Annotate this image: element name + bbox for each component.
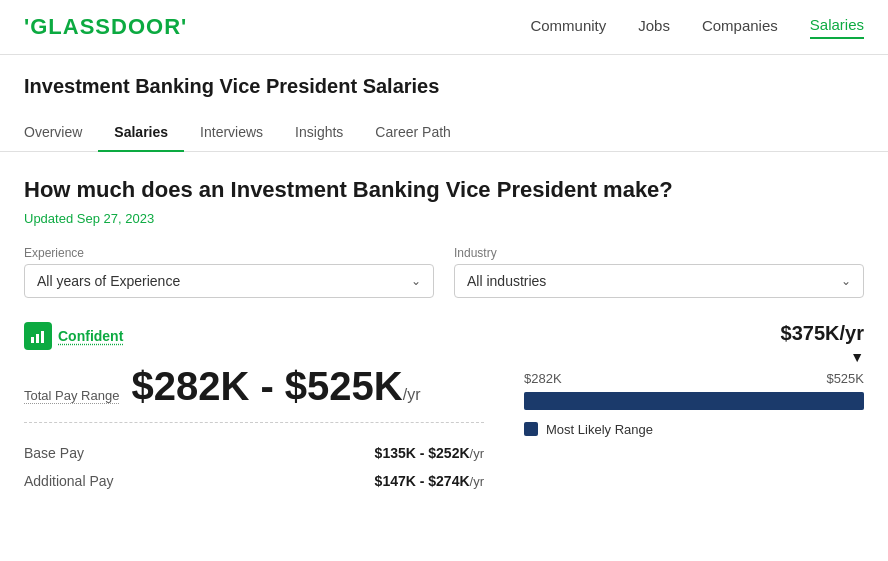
- nav-jobs[interactable]: Jobs: [638, 17, 670, 38]
- main-content: How much does an Investment Banking Vice…: [0, 152, 888, 519]
- tab-salaries[interactable]: Salaries: [98, 114, 184, 152]
- salary-bar-fill: [524, 392, 864, 410]
- chart-icon: [24, 322, 52, 350]
- updated-date: Updated Sep 27, 2023: [24, 211, 864, 226]
- tab-overview[interactable]: Overview: [24, 114, 98, 152]
- median-label: $375K/yr: [524, 322, 864, 345]
- total-pay-row: Total Pay Range $282K - $525K/yr: [24, 366, 484, 406]
- industry-filter-select[interactable]: All industries ⌄: [454, 264, 864, 298]
- page-title: Investment Banking Vice President Salari…: [24, 75, 864, 98]
- industry-filter-group: Industry All industries ⌄: [454, 246, 864, 298]
- confident-badge: Confident: [24, 322, 484, 350]
- experience-filter-group: Experience All years of Experience ⌄: [24, 246, 434, 298]
- nav-companies[interactable]: Companies: [702, 17, 778, 38]
- chevron-down-icon: ⌄: [411, 274, 421, 288]
- confident-text[interactable]: Confident: [58, 328, 123, 344]
- svg-rect-2: [41, 331, 44, 343]
- salary-section: Confident Total Pay Range $282K - $525K/…: [24, 322, 864, 495]
- base-pay-value: $135K - $252K/yr: [375, 445, 484, 461]
- main-nav: Community Jobs Companies Salaries: [530, 16, 864, 39]
- additional-pay-value: $147K - $274K/yr: [375, 473, 484, 489]
- salary-bar-container: [524, 392, 864, 410]
- tab-career-path[interactable]: Career Path: [359, 114, 466, 152]
- base-pay-row: Base Pay $135K - $252K/yr: [24, 439, 484, 467]
- salary-right: $375K/yr ▼ $282K $525K Most Likely Range: [524, 322, 864, 437]
- header: 'GLASSDOOR' Community Jobs Companies Sal…: [0, 0, 888, 55]
- svg-rect-1: [36, 334, 39, 343]
- base-pay-label: Base Pay: [24, 445, 84, 461]
- nav-salaries[interactable]: Salaries: [810, 16, 864, 39]
- tab-insights[interactable]: Insights: [279, 114, 359, 152]
- filters: Experience All years of Experience ⌄ Ind…: [24, 246, 864, 298]
- page-title-section: Investment Banking Vice President Salari…: [0, 55, 888, 98]
- median-arrow-icon: ▼: [524, 349, 864, 365]
- per-yr: /yr: [403, 386, 421, 403]
- legend-color-box: [524, 422, 538, 436]
- logo: 'GLASSDOOR': [24, 14, 187, 40]
- main-question: How much does an Investment Banking Vice…: [24, 176, 864, 205]
- nav-community[interactable]: Community: [530, 17, 606, 38]
- salary-left: Confident Total Pay Range $282K - $525K/…: [24, 322, 484, 495]
- tabs: Overview Salaries Interviews Insights Ca…: [0, 114, 888, 152]
- industry-filter-label: Industry: [454, 246, 864, 260]
- experience-filter-value: All years of Experience: [37, 273, 180, 289]
- additional-pay-label: Additional Pay: [24, 473, 114, 489]
- experience-filter-select[interactable]: All years of Experience ⌄: [24, 264, 434, 298]
- total-pay-value: $282K - $525K/yr: [131, 366, 420, 406]
- svg-rect-0: [31, 337, 34, 343]
- industry-filter-value: All industries: [467, 273, 546, 289]
- divider: [24, 422, 484, 423]
- additional-pay-row: Additional Pay $147K - $274K/yr: [24, 467, 484, 495]
- range-high: $525K: [826, 371, 864, 386]
- total-pay-label: Total Pay Range: [24, 388, 119, 404]
- legend-label: Most Likely Range: [546, 422, 653, 437]
- tab-interviews[interactable]: Interviews: [184, 114, 279, 152]
- chevron-down-icon-2: ⌄: [841, 274, 851, 288]
- legend: Most Likely Range: [524, 422, 864, 437]
- range-labels: $282K $525K: [524, 371, 864, 386]
- range-low: $282K: [524, 371, 562, 386]
- experience-filter-label: Experience: [24, 246, 434, 260]
